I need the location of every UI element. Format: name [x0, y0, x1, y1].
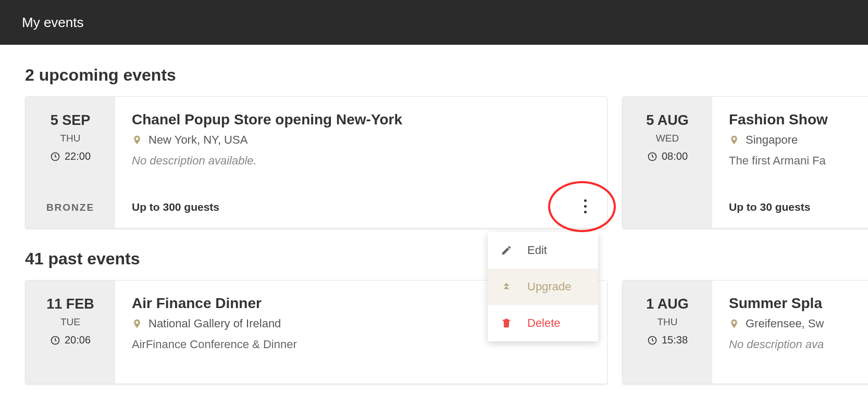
event-title: Fashion Show [729, 111, 854, 128]
event-dayofweek: TUE [60, 316, 80, 328]
event-location: Greifensee, Sw [746, 317, 824, 330]
past-cards-row: 11 FEB TUE 20:06 Air Finance Dinner Nati… [25, 280, 868, 384]
event-body: Fashion Show Singapore The first Armani … [712, 97, 868, 228]
event-guests: Up to 300 guests [132, 201, 219, 213]
event-actions-menu: Edit Upgrade Delete [488, 232, 598, 341]
header-title: My events [22, 15, 84, 31]
location-pin-icon [132, 317, 142, 330]
trash-icon [500, 317, 513, 329]
location-pin-icon [729, 133, 739, 147]
event-date-panel: 5 SEP THU 22:00 BRONZE [26, 97, 115, 228]
event-card[interactable]: 1 AUG THU 15:38 Summer Spla Greifensee, … [622, 280, 868, 384]
clock-icon [647, 335, 658, 346]
clock-icon [50, 151, 60, 162]
event-location-row: Singapore [729, 133, 854, 147]
event-tier: BRONZE [46, 202, 94, 213]
event-time-row: 20:06 [50, 334, 91, 346]
event-card[interactable]: 5 AUG WED 08:00 Fashion Show Singapore T… [622, 96, 868, 228]
event-description: No description available. [132, 154, 589, 168]
event-time-row: 22:00 [50, 150, 91, 162]
event-dayofweek: WED [656, 133, 679, 144]
event-description: No description ava [729, 338, 854, 351]
event-description: The first Armani Fa [729, 154, 854, 168]
menu-item-edit[interactable]: Edit [488, 232, 598, 269]
location-pin-icon [729, 317, 739, 330]
event-dayofweek: THU [657, 316, 677, 328]
double-chevron-up-icon [500, 281, 513, 292]
menu-item-label: Edit [527, 244, 547, 257]
event-location-row: Greifensee, Sw [729, 317, 854, 330]
menu-item-delete[interactable]: Delete [488, 305, 598, 341]
event-date: 5 AUG [646, 112, 689, 129]
menu-item-upgrade[interactable]: Upgrade [488, 269, 598, 305]
event-date: 1 AUG [646, 296, 689, 312]
clock-icon [50, 335, 60, 346]
event-time: 15:38 [662, 334, 688, 346]
event-date-panel: 1 AUG THU 15:38 [623, 280, 712, 384]
event-date-panel: 11 FEB TUE 20:06 [26, 280, 115, 384]
event-more-button[interactable] [573, 194, 598, 219]
event-date: 11 FEB [46, 296, 94, 312]
event-time-row: 15:38 [647, 334, 688, 346]
menu-item-label: Delete [527, 316, 561, 330]
event-location: Singapore [746, 133, 798, 147]
event-location: National Gallery of Ireland [148, 317, 281, 330]
clock-icon [647, 151, 658, 162]
menu-item-label: Upgrade [527, 280, 571, 294]
past-section-title: 41 past events [25, 249, 868, 269]
event-location-row: New York, NY, USA [132, 133, 589, 147]
event-guests: Up to 30 guests [729, 201, 810, 213]
upcoming-cards-row: 5 SEP THU 22:00 BRONZE Chanel Popup Stor… [25, 96, 868, 228]
event-date: 5 SEP [51, 112, 91, 129]
event-dayofweek: THU [60, 133, 80, 144]
location-pin-icon [132, 133, 142, 147]
event-time: 20:06 [65, 334, 91, 346]
app-header: My events [0, 0, 868, 45]
event-body: Summer Spla Greifensee, Sw No descriptio… [712, 280, 868, 384]
event-body: Chanel Popup Store opening New-York New … [115, 97, 607, 228]
more-vertical-icon [584, 199, 587, 213]
event-title: Summer Spla [729, 295, 854, 312]
upcoming-section-title: 2 upcoming events [25, 66, 868, 85]
event-title: Chanel Popup Store opening New-York [132, 111, 589, 128]
event-time: 22:00 [65, 150, 91, 162]
pencil-icon [500, 245, 513, 256]
event-card[interactable]: 5 SEP THU 22:00 BRONZE Chanel Popup Stor… [25, 96, 607, 228]
event-location: New York, NY, USA [148, 133, 247, 147]
event-time: 08:00 [662, 150, 688, 162]
event-date-panel: 5 AUG WED 08:00 [623, 97, 712, 228]
event-time-row: 08:00 [647, 150, 688, 162]
